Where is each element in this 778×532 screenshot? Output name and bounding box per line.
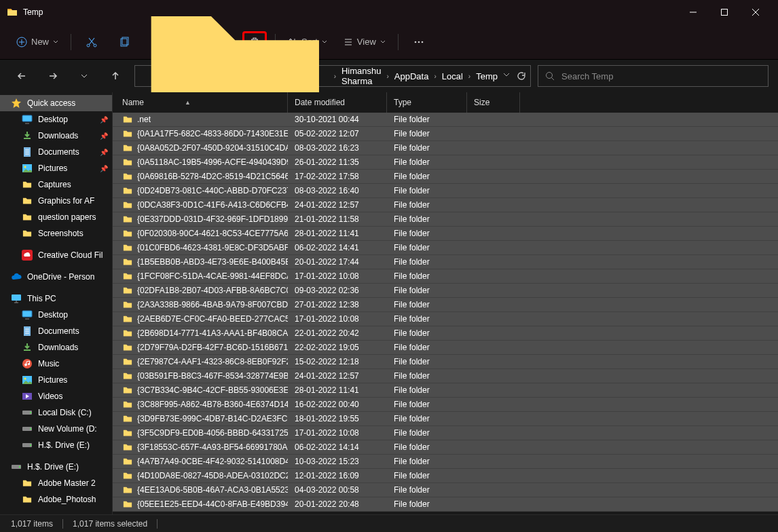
sidebar-item-desktop[interactable]: Desktop 📌 <box>0 111 112 128</box>
sidebar-item-downloads[interactable]: Downloads <box>0 339 112 356</box>
sidebar-item[interactable]: question papers <box>0 209 112 225</box>
sidebar-onedrive[interactable]: OneDrive - Person <box>0 269 112 285</box>
table-row[interactable]: {0A1A17F5-682C-4833-86D0-71430E31EF... 0… <box>113 127 778 141</box>
pin-icon: 📌 <box>100 165 108 172</box>
up-button[interactable] <box>103 64 128 88</box>
download-icon <box>22 342 33 353</box>
refresh-icon[interactable] <box>517 71 526 81</box>
sidebar-item[interactable]: Captures <box>0 176 112 193</box>
breadcrumb[interactable]: Local <box>439 70 466 83</box>
sidebar-item-pictures[interactable]: Pictures 📌 <box>0 160 112 176</box>
col-size[interactable]: Size <box>467 92 520 113</box>
table-row[interactable]: {2D79F79A-D2FB-42F7-BC6D-1516B6710... 22… <box>113 341 778 355</box>
plus-circle-icon <box>16 37 27 48</box>
music-icon <box>22 358 33 369</box>
table-row[interactable]: {01C0FBD6-4623-4381-9E8C-DF3D5ABF8... 06… <box>113 241 778 255</box>
disk-icon <box>22 440 33 451</box>
table-row[interactable]: {02DFA1B8-2B07-4D03-AFBB-8A6BC7C0... 09-… <box>113 284 778 298</box>
sidebar-item-documents[interactable]: Documents <box>0 323 112 339</box>
table-row[interactable]: {3D9FB73E-999C-4DB7-B14C-D2AE3FC7A... 18… <box>113 412 778 426</box>
titlebar: Temp <box>0 0 778 24</box>
table-row[interactable]: {3F18553C-657F-4A93-BF54-66991780AE6... … <box>113 440 778 455</box>
table-row[interactable]: .net 30-10-2021 00:44 File folder <box>113 113 778 127</box>
table-row[interactable]: {2E7987C4-AAF1-4323-86C8-8EB0F92F23... 1… <box>113 355 778 369</box>
view-button[interactable]: View <box>339 31 390 53</box>
recent-button[interactable] <box>72 64 96 88</box>
col-name[interactable]: Name▲ <box>113 92 288 113</box>
maximize-button[interactable] <box>709 0 740 24</box>
breadcrumb[interactable]: Temp <box>473 70 500 83</box>
more-button[interactable] <box>407 31 431 53</box>
sidebar-creative-cloud[interactable]: Creative Cloud Fil <box>0 247 112 263</box>
folder-icon <box>122 229 133 238</box>
list-icon <box>344 37 353 47</box>
breadcrumb[interactable]: Himanshu Sharma <box>339 64 384 88</box>
address-bar[interactable]: › Himanshu Sharma › AppData › Local › Te… <box>134 65 531 87</box>
sidebar-item-local-disk--c--[interactable]: Local Disk (C:) <box>0 404 112 421</box>
table-row[interactable]: {0A8A052D-2F07-450D-9204-31510C4DA... 08… <box>113 141 778 155</box>
breadcrumb[interactable]: AppData <box>392 70 432 83</box>
sidebar-item-documents[interactable]: Documents 📌 <box>0 144 112 160</box>
search-box[interactable]: Search Temp <box>538 65 768 87</box>
table-row[interactable]: {4A7B7A49-0CBE-4F42-9032-5141008D4D... 1… <box>113 455 778 469</box>
table-row[interactable]: {2AEB6D7E-CF0C-4FA0-BEED-277CAC5E3... 17… <box>113 312 778 326</box>
svg-point-34 <box>19 466 20 468</box>
minimize-button[interactable] <box>678 0 709 24</box>
chevron-right-icon: › <box>434 73 436 80</box>
sidebar-item[interactable]: Adobe_Photosh <box>0 491 112 508</box>
sidebar-quick-access[interactable]: Quick access <box>0 95 112 111</box>
sidebar-hs-drive[interactable]: H.$. Drive (E:) <box>0 459 112 475</box>
col-date[interactable]: Date modified <box>288 92 387 113</box>
table-row[interactable]: {4D10DA8E-0827-45D8-ADEA-03102DC2... 12-… <box>113 469 778 483</box>
table-row[interactable]: {2A3A338B-9866-4BAB-9A79-8F007CBD8... 27… <box>113 298 778 312</box>
cloud-icon <box>11 271 22 282</box>
table-row[interactable]: {05EE1E25-EED4-44C0-8FAB-E49BD39420... 2… <box>113 497 778 512</box>
svg-point-9 <box>415 41 417 43</box>
folder-icon <box>22 180 33 189</box>
table-row[interactable]: {2B698D14-7771-41A3-AAA1-BF4B08CA0... 22… <box>113 326 778 341</box>
sidebar-item-pictures[interactable]: Pictures <box>0 372 112 388</box>
table-row[interactable]: {3C7B334C-9B4C-42CF-BB55-93006E3E9... 28… <box>113 383 778 398</box>
drive-icon <box>11 461 22 472</box>
file-list[interactable]: .net 30-10-2021 00:44 File folder {0A1A1… <box>113 113 778 514</box>
back-button[interactable] <box>10 64 34 88</box>
table-row[interactable]: {0A5118AC-19B5-4996-ACFE-4940439D9... 26… <box>113 155 778 170</box>
table-row[interactable]: {4EE13AD6-5B0B-46A7-ACA3-0B1A55237... 04… <box>113 483 778 497</box>
folder-icon <box>122 129 133 138</box>
table-row[interactable]: {03B591FB-B8C3-467F-8534-328774E9BD... 2… <box>113 369 778 383</box>
table-row[interactable]: {0E337DDD-031D-4F32-969F-1DFD18996... 21… <box>113 212 778 227</box>
forward-button[interactable] <box>41 64 65 88</box>
sidebar-this-pc[interactable]: This PC <box>0 290 112 307</box>
folder-icon <box>122 314 133 324</box>
copy-icon <box>118 36 130 48</box>
sidebar-item-desktop[interactable]: Desktop <box>0 307 112 323</box>
table-row[interactable]: {1B5EBB0B-ABD3-4E73-9E6E-B400B45B1... 20… <box>113 255 778 269</box>
sidebar-item[interactable]: Adobe Master 2 <box>0 475 112 491</box>
video-icon <box>22 391 33 402</box>
folder-icon <box>122 499 133 509</box>
new-button[interactable]: New <box>12 31 62 53</box>
table-row[interactable]: {0DCA38F3-0D1C-41F6-A413-C6D6CFB4... 24-… <box>113 198 778 212</box>
copy-button[interactable] <box>112 31 136 53</box>
table-row[interactable]: {1FCF08FC-51DA-4CAE-9981-44EF8DCA5... 17… <box>113 269 778 284</box>
sidebar-item-music[interactable]: Music <box>0 356 112 372</box>
sidebar-item-downloads[interactable]: Downloads 📌 <box>0 128 112 144</box>
col-type[interactable]: Type <box>387 92 467 113</box>
sidebar-item[interactable]: Screenshots <box>0 225 112 242</box>
table-row[interactable]: {0F020308-90C4-4621-8C53-4CE7775A6A... 2… <box>113 227 778 241</box>
sidebar-item-new-volume--d-[interactable]: New Volume (D: <box>0 421 112 437</box>
window-title: Temp <box>23 7 678 17</box>
table-row[interactable]: {0D24DB73-081C-440C-ABBD-D70FC2371... 08… <box>113 184 778 198</box>
table-row[interactable]: {3F5C9DF9-ED0B-4056-BBBD-64331725E5... 1… <box>113 426 778 440</box>
chevron-down-icon[interactable] <box>503 71 510 78</box>
sidebar-item[interactable]: Graphics for AF <box>0 193 112 209</box>
sidebar-item-h----drive--e--[interactable]: H.$. Drive (E:) <box>0 437 112 453</box>
folder-icon <box>122 414 133 423</box>
pin-icon: 📌 <box>100 116 108 124</box>
close-button[interactable] <box>740 0 771 24</box>
table-row[interactable]: {0A69816B-5278-4D2C-8519-4D21C5646B... 1… <box>113 170 778 184</box>
sidebar-item-videos[interactable]: Videos <box>0 388 112 404</box>
cut-button[interactable] <box>79 31 104 53</box>
table-row[interactable]: {3C88F995-A862-4B78-B360-4E6374D143... 1… <box>113 398 778 412</box>
folder-icon <box>22 229 33 238</box>
